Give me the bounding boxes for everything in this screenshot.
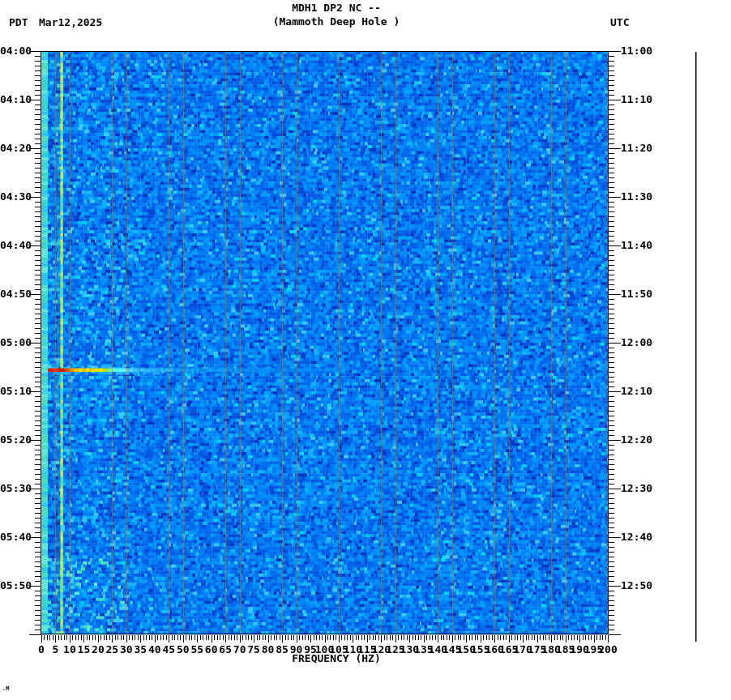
left-time-tick-label: 05:00: [0, 337, 31, 348]
left-time-tick-label: 05:20: [0, 434, 31, 445]
right-time-tick-label: 12:20: [621, 434, 652, 445]
right-time-tick-label: 12:00: [621, 337, 652, 348]
left-time-tick-label: 04:40: [0, 240, 31, 250]
frequency-axis-label: FREQUENCY (HZ): [0, 653, 673, 664]
right-time-tick-label: 12:10: [621, 386, 652, 396]
right-time-tick-label: 11:50: [621, 288, 652, 299]
left-time-tick-label: 05:50: [0, 580, 31, 591]
corner-text: .M: [2, 686, 9, 692]
right-time-tick-label: 11:20: [621, 143, 652, 153]
right-time-tick-label: 11:30: [621, 191, 652, 202]
timezone-right-label: UTC: [610, 17, 629, 28]
left-time-tick-label: 04:00: [0, 45, 31, 56]
left-time-tick-label: 05:30: [0, 483, 31, 493]
spectrogram-page: PDT Mar12,2025 MDH1 DP2 NC -- (Mammoth D…: [0, 0, 731, 700]
left-time-tick-label: 04:10: [0, 94, 31, 105]
left-time-tick-label: 05:40: [0, 531, 31, 542]
left-time-tick-label: 04:20: [0, 143, 31, 153]
right-time-tick-label: 11:10: [621, 94, 652, 105]
right-time-tick-label: 12:40: [621, 531, 652, 542]
left-time-tick-label: 04:50: [0, 288, 31, 299]
chart-title: MDH1 DP2 NC --: [0, 2, 673, 13]
chart-subtitle: (Mammoth Deep Hole ): [0, 16, 673, 27]
left-time-tick-label: 04:30: [0, 191, 31, 202]
right-time-tick-label: 11:00: [621, 45, 652, 56]
right-time-tick-label: 12:30: [621, 483, 652, 493]
left-time-tick-label: 05:10: [0, 386, 31, 396]
right-time-tick-label: 12:50: [621, 580, 652, 591]
right-time-tick-label: 11:40: [621, 240, 652, 250]
